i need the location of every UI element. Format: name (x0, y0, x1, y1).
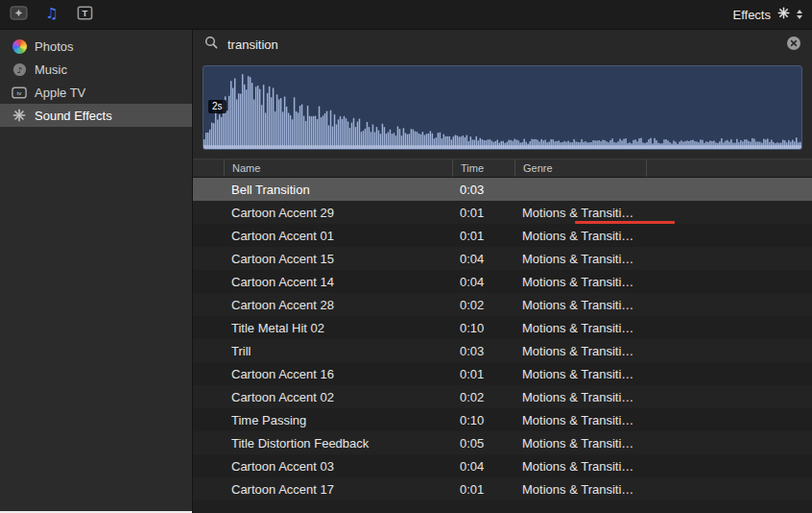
cell-time: 0:02 (452, 390, 514, 404)
cell-time: 0:10 (452, 413, 514, 428)
svg-text:T: T (83, 8, 88, 18)
table-row[interactable]: Cartoon Accent 030:04Motions & Transiti… (193, 454, 812, 477)
duration-badge: 2s (208, 100, 227, 113)
cell-name: Bell Transition (224, 183, 452, 197)
cell-name: Cartoon Accent 15 (224, 252, 452, 266)
cell-name: Title Metal Hit 02 (224, 321, 452, 335)
cell-time: 0:01 (452, 229, 514, 243)
svg-text:♫: ♫ (45, 5, 58, 21)
cell-genre: Motions & Transiti… (514, 390, 646, 404)
music-media-button[interactable]: ♫ (43, 5, 60, 24)
sidebar-item-label: Photos (35, 39, 73, 54)
table-row[interactable]: Cartoon Accent 160:01Motions & Transiti… (193, 362, 812, 385)
cell-name: Cartoon Accent 16 (224, 367, 452, 381)
cell-genre: Motions & Transiti… (514, 482, 646, 497)
cell-name: Cartoon Accent 03 (224, 459, 452, 474)
cell-name: Cartoon Accent 29 (224, 206, 452, 220)
sound-effects-list: Bell Transition0:03Cartoon Accent 290:01… (193, 178, 812, 513)
titles-media-button[interactable]: T (76, 5, 94, 24)
cell-genre: Motions & Transiti… (514, 321, 646, 335)
search-bar (193, 30, 812, 59)
sidebar-item-label: Sound Effects (35, 109, 112, 123)
table-row[interactable]: Trill0:03Motions & Transiti… (193, 339, 812, 362)
sidebar-item-appletv[interactable]: tvApple TV (0, 81, 192, 104)
table-row[interactable]: Cartoon Accent 020:02Motions & Transiti… (193, 385, 812, 408)
soundfx-icon (12, 108, 27, 123)
cell-time: 0:01 (452, 367, 514, 381)
window-body: Photos♪MusictvApple TVSound Effects 2s (0, 30, 812, 513)
music-notes-icon: ♫ (43, 5, 60, 24)
cell-time: 0:04 (452, 459, 514, 474)
column-header-time[interactable]: Time (452, 159, 514, 177)
sort-chevrons-icon[interactable] (797, 10, 802, 19)
cell-genre: Motions & Transiti… (514, 275, 646, 289)
table-row[interactable]: Cartoon Accent 290:01Motions & Transiti… (193, 201, 812, 224)
column-header-genre[interactable]: Genre (514, 159, 646, 177)
table-row[interactable]: Title Metal Hit 020:10Motions & Transiti… (193, 316, 812, 339)
table-header: Name Time Genre (193, 159, 812, 178)
waveform-preview[interactable]: 2s (203, 65, 802, 150)
clear-circle-x-icon (787, 37, 800, 53)
table-row[interactable]: Cartoon Accent 170:01Motions & Transiti… (193, 477, 812, 501)
cell-time: 0:03 (452, 344, 514, 358)
cell-genre: Motions & Transiti… (514, 413, 646, 428)
sidebar: Photos♪MusictvApple TVSound Effects (0, 30, 193, 513)
clear-search-button[interactable] (787, 37, 800, 53)
main-panel: 2s Name Time Genre Bell Transition0:03Ca… (193, 30, 812, 513)
cell-time: 0:02 (452, 298, 514, 312)
cell-genre: Motions & Transiti… (514, 252, 646, 266)
cell-name: Title Distortion Feedback (224, 436, 452, 451)
titles-icon: T (76, 5, 94, 24)
waveform-graphic (203, 66, 801, 149)
annotation-underline (575, 221, 675, 224)
toolbar: ♫ T Effects (0, 0, 812, 30)
cell-time: 0:01 (452, 206, 514, 220)
cell-time: 0:04 (452, 252, 514, 266)
header-gutter (193, 159, 224, 177)
table-row[interactable]: Cartoon Accent 150:04Motions & Transiti… (193, 247, 812, 270)
effects-starburst-icon (777, 7, 790, 22)
header-filler (646, 159, 812, 177)
photos-icon (12, 38, 27, 54)
cell-time: 0:10 (452, 321, 514, 335)
search-input[interactable] (226, 37, 779, 53)
cell-time: 0:05 (452, 436, 514, 451)
photos-media-button[interactable] (10, 5, 28, 24)
cell-name: Cartoon Accent 02 (224, 390, 452, 404)
cell-time: 0:01 (452, 482, 514, 497)
filmstrip-star-icon (10, 5, 28, 24)
cell-name: Trill (224, 344, 452, 358)
sidebar-item-soundfx[interactable]: Sound Effects (0, 104, 192, 127)
table-row[interactable]: Bell Transition0:03 (193, 178, 812, 201)
table-row[interactable]: Cartoon Accent 280:02Motions & Transiti… (193, 293, 812, 316)
table-row[interactable]: Time Passing0:10Motions & Transiti… (193, 408, 812, 431)
table-row[interactable]: Cartoon Accent 010:01Motions & Transiti… (193, 224, 812, 247)
search-icon (204, 36, 218, 53)
cell-genre: Motions & Transiti… (514, 229, 646, 243)
cell-name: Time Passing (224, 413, 452, 428)
cell-genre: Motions & Transiti… (514, 206, 646, 220)
cell-genre: Motions & Transiti… (514, 344, 646, 358)
effects-label: Effects (732, 8, 771, 22)
cell-name: Cartoon Accent 28 (224, 298, 452, 312)
sidebar-item-label: Music (35, 62, 67, 77)
column-header-name[interactable]: Name (224, 159, 452, 177)
svg-text:tv: tv (17, 89, 23, 96)
svg-text:♪: ♪ (16, 64, 21, 74)
color-pinwheel-icon (12, 39, 27, 54)
preview-area: 2s (193, 59, 812, 159)
cell-name: Cartoon Accent 01 (224, 229, 452, 243)
cell-genre: Motions & Transiti… (514, 459, 646, 474)
cell-time: 0:03 (452, 183, 514, 197)
media-browser-window: ♫ T Effects Photos♪MusictvApple TVSound … (0, 0, 812, 513)
effects-selector[interactable]: Effects (732, 7, 802, 22)
sidebar-item-photos[interactable]: Photos (0, 35, 192, 58)
sidebar-item-music[interactable]: ♪Music (0, 58, 192, 81)
appletv-icon: tv (12, 85, 27, 100)
cell-name: Cartoon Accent 17 (224, 482, 452, 497)
table-row[interactable]: Cartoon Accent 140:04Motions & Transiti… (193, 270, 812, 293)
table-row[interactable]: Title Distortion Feedback0:05Motions & T… (193, 431, 812, 454)
music-icon: ♪ (12, 61, 27, 77)
cell-genre: Motions & Transiti… (514, 298, 646, 312)
sidebar-item-label: Apple TV (35, 86, 85, 100)
